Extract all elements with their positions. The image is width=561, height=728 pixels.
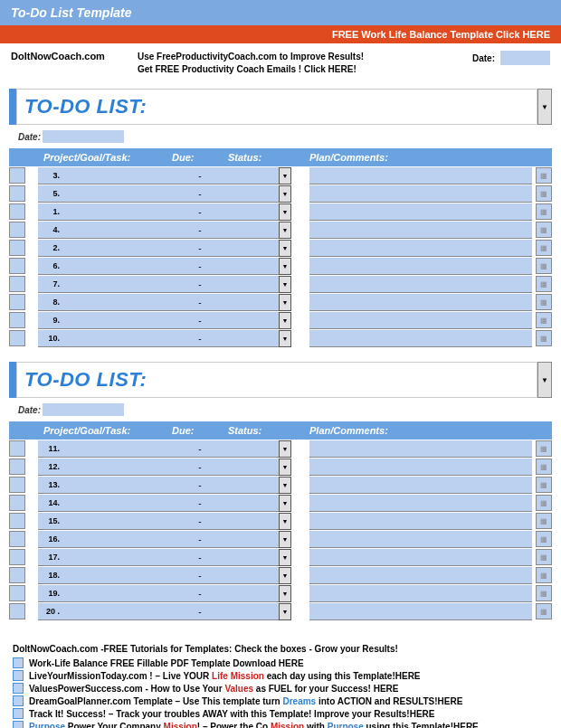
task-input[interactable]: [62, 567, 172, 584]
plan-input[interactable]: [309, 495, 532, 512]
task-checkbox[interactable]: [9, 258, 25, 274]
title-dropdown-button[interactable]: ▼: [537, 362, 552, 398]
plan-input[interactable]: [309, 330, 532, 347]
status-input[interactable]: [228, 440, 279, 458]
due-input[interactable]: -: [172, 240, 228, 257]
task-input[interactable]: [62, 222, 172, 239]
status-input[interactable]: [228, 222, 279, 239]
due-input[interactable]: -: [172, 513, 228, 530]
due-input[interactable]: -: [172, 495, 228, 512]
due-input[interactable]: -: [172, 477, 228, 494]
due-input[interactable]: -: [172, 531, 228, 548]
task-input[interactable]: [62, 312, 172, 329]
row-action-icon[interactable]: ▦: [536, 513, 552, 529]
due-input[interactable]: -: [172, 167, 228, 184]
status-dropdown-button[interactable]: ▼: [279, 167, 291, 184]
tutorial-checkbox[interactable]: [13, 683, 24, 694]
plan-input[interactable]: [309, 258, 532, 275]
task-checkbox[interactable]: [9, 459, 25, 475]
status-dropdown-button[interactable]: ▼: [279, 294, 291, 311]
row-action-icon[interactable]: ▦: [536, 258, 552, 274]
row-action-icon[interactable]: ▦: [536, 567, 552, 583]
status-input[interactable]: [228, 549, 279, 566]
plan-input[interactable]: [309, 222, 532, 239]
plan-input[interactable]: [309, 567, 532, 584]
status-dropdown-button[interactable]: ▼: [279, 222, 291, 239]
task-checkbox[interactable]: [9, 440, 25, 457]
row-action-icon[interactable]: ▦: [536, 167, 552, 184]
status-dropdown-button[interactable]: ▼: [279, 549, 291, 566]
row-action-icon[interactable]: ▦: [536, 440, 552, 457]
task-input[interactable]: [62, 531, 172, 548]
todo-list-title[interactable]: TO-DO LIST:: [16, 89, 537, 125]
site-name[interactable]: DoItNowCoach.com: [11, 51, 138, 61]
task-checkbox[interactable]: [9, 203, 25, 220]
row-action-icon[interactable]: ▦: [536, 603, 552, 619]
status-dropdown-button[interactable]: ▼: [279, 513, 291, 530]
date-input[interactable]: [500, 51, 550, 65]
status-input[interactable]: [228, 185, 279, 203]
status-input[interactable]: [228, 312, 279, 329]
info-line2[interactable]: Get FREE Productivity Coach Emails ! Cli…: [138, 63, 472, 76]
todo-list-title[interactable]: TO-DO LIST:: [16, 362, 537, 398]
task-checkbox[interactable]: [9, 477, 25, 493]
info-line1[interactable]: Use FreeProductivityCoach.com to Improve…: [138, 51, 472, 63]
plan-input[interactable]: [309, 276, 532, 293]
task-input[interactable]: [62, 495, 172, 512]
task-input[interactable]: [62, 240, 172, 257]
task-input[interactable]: [62, 477, 172, 494]
status-input[interactable]: [228, 585, 279, 602]
row-action-icon[interactable]: ▦: [536, 459, 552, 475]
row-action-icon[interactable]: ▦: [536, 585, 552, 601]
banner-bar[interactable]: FREE Work Life Balance Template Click HE…: [0, 25, 561, 43]
row-action-icon[interactable]: ▦: [536, 222, 552, 238]
status-input[interactable]: [228, 459, 279, 476]
plan-input[interactable]: [309, 513, 532, 530]
row-action-icon[interactable]: ▦: [536, 495, 552, 511]
row-action-icon[interactable]: ▦: [536, 549, 552, 565]
task-input[interactable]: [62, 294, 172, 311]
status-dropdown-button[interactable]: ▼: [279, 330, 291, 347]
tutorial-checkbox[interactable]: [13, 670, 24, 681]
status-dropdown-button[interactable]: ▼: [279, 585, 291, 602]
tutorial-checkbox[interactable]: [13, 708, 24, 719]
due-input[interactable]: -: [172, 258, 228, 275]
section-date-input[interactable]: [43, 403, 124, 416]
plan-input[interactable]: [309, 531, 532, 548]
task-input[interactable]: [62, 440, 172, 458]
tutorial-row[interactable]: Track It! Success! – Track your troubles…: [13, 708, 548, 719]
row-action-icon[interactable]: ▦: [536, 294, 552, 310]
row-action-icon[interactable]: ▦: [536, 330, 552, 346]
due-input[interactable]: -: [172, 185, 228, 203]
due-input[interactable]: -: [172, 549, 228, 566]
task-input[interactable]: [62, 513, 172, 530]
tutorial-checkbox[interactable]: [13, 657, 24, 668]
status-input[interactable]: [228, 495, 279, 512]
task-checkbox[interactable]: [9, 330, 25, 346]
due-input[interactable]: -: [172, 585, 228, 602]
plan-input[interactable]: [309, 440, 532, 458]
row-action-icon[interactable]: ▦: [536, 240, 552, 256]
task-input[interactable]: [62, 167, 172, 184]
due-input[interactable]: -: [172, 567, 228, 584]
due-input[interactable]: -: [172, 312, 228, 329]
task-checkbox[interactable]: [9, 531, 25, 547]
task-input[interactable]: [62, 549, 172, 566]
tutorial-row[interactable]: DreamGoalPlanner.com Template – Use This…: [13, 695, 548, 706]
task-checkbox[interactable]: [9, 312, 25, 328]
task-checkbox[interactable]: [9, 585, 25, 601]
plan-input[interactable]: [309, 459, 532, 476]
due-input[interactable]: -: [172, 276, 228, 293]
due-input[interactable]: -: [172, 222, 228, 239]
task-checkbox[interactable]: [9, 513, 25, 529]
due-input[interactable]: -: [172, 330, 228, 347]
tutorial-row[interactable]: Purpose Power Your Company Mission! – Po…: [13, 721, 548, 728]
due-input[interactable]: -: [172, 294, 228, 311]
status-input[interactable]: [228, 203, 279, 221]
plan-input[interactable]: [309, 477, 532, 494]
task-input[interactable]: [62, 603, 172, 620]
status-input[interactable]: [228, 330, 279, 347]
status-dropdown-button[interactable]: ▼: [279, 258, 291, 275]
plan-input[interactable]: [309, 167, 532, 184]
tutorial-row[interactable]: LiveYourMissionToday.com ! – Live YOUR L…: [13, 670, 548, 681]
